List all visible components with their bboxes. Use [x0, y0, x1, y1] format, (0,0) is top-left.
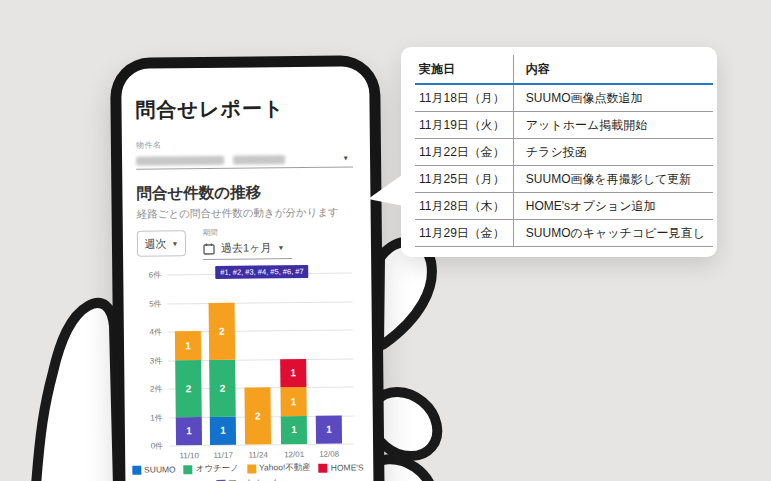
- legend-item: HOME'S: [319, 461, 364, 473]
- events-table: 実施日 内容 11月18日（月）SUUMO画像点数追加11月19日（火）アットホ…: [415, 55, 713, 247]
- bar-segment: 1: [210, 416, 236, 445]
- legend-label: SUUMO: [144, 464, 176, 474]
- y-axis-tick: 5件: [138, 298, 162, 309]
- x-axis-label: 12/01: [276, 450, 312, 459]
- frequency-value: 週次: [144, 236, 166, 251]
- legend-label: アットホーム: [228, 477, 280, 481]
- chart-legend: SUUMOオウチーノYahoo!不動産HOME'Sアットホーム: [139, 458, 356, 481]
- illustration-canvas: 問合せレポート 物件名 ▼ 問合せ件数の推移 経路ごとの問合せ件数の動きが分かり…: [0, 0, 771, 481]
- table-row: 11月18日（月）SUUMO画像点数追加: [415, 84, 713, 112]
- event-content-cell: チラシ投函: [513, 139, 712, 166]
- event-content-cell: SUUMO画像点数追加: [513, 84, 712, 112]
- inquiry-bar-chart: #1, #2, #3, #4, #5, #6, #7 SUUMOオウチーノYah…: [137, 266, 356, 481]
- y-axis-tick: 6件: [137, 269, 161, 280]
- chevron-down-icon: ▼: [171, 240, 178, 247]
- table-row: 11月22日（金）チラシ投函: [415, 139, 713, 166]
- bar-segment: 1: [281, 415, 307, 444]
- x-axis-label: 12/08: [311, 450, 347, 459]
- legend-label: Yahoo!不動産: [259, 462, 311, 475]
- y-axis-tick: 2件: [138, 383, 162, 394]
- event-date-cell: 11月19日（火）: [415, 112, 513, 139]
- legend-label: HOME'S: [331, 462, 364, 472]
- legend-item: Yahoo!不動産: [247, 462, 311, 475]
- event-content-cell: SUUMO画像を再撮影して更新: [513, 166, 712, 193]
- legend-swatch: [184, 465, 193, 474]
- chevron-down-icon: ▼: [342, 155, 349, 162]
- bar-segment: 1: [176, 417, 202, 446]
- column-header-content: 内容: [513, 55, 712, 84]
- x-axis-label: 11/10: [171, 451, 207, 460]
- property-name-select[interactable]: ▼: [136, 150, 353, 169]
- events-callout: 実施日 内容 11月18日（月）SUUMO画像点数追加11月19日（火）アットホ…: [401, 47, 717, 257]
- legend-item: SUUMO: [132, 463, 176, 475]
- table-row: 11月28日（木）HOME'sオプション追加: [415, 193, 713, 220]
- x-axis-label: 11/24: [240, 450, 276, 459]
- bar-segment: 2: [209, 359, 236, 416]
- callout-pointer-icon: [368, 170, 409, 207]
- legend-swatch: [319, 463, 328, 472]
- bar-segment: 1: [175, 331, 201, 360]
- section-subtitle: 経路ごとの問合せ件数の動きが分かります: [137, 205, 354, 221]
- x-axis-label: 11/17: [205, 451, 241, 460]
- calendar-icon: [203, 242, 215, 254]
- chevron-down-icon: ▼: [277, 244, 284, 251]
- period-select[interactable]: 過去1ヶ月 ▼: [203, 237, 292, 260]
- frequency-select[interactable]: 週次 ▼: [137, 230, 186, 257]
- property-name-redacted: [233, 155, 285, 165]
- period-control: 期間 過去1ヶ月 ▼: [203, 227, 292, 260]
- annotation-badge: #1, #2, #3, #4, #5, #6, #7: [215, 265, 309, 279]
- phone-screen: 問合せレポート 物件名 ▼ 問合せ件数の推移 経路ごとの問合せ件数の動きが分かり…: [121, 66, 375, 481]
- table-header-row: 実施日 内容: [415, 55, 713, 84]
- event-date-cell: 11月22日（金）: [415, 139, 513, 166]
- y-axis-tick: 4件: [138, 326, 162, 337]
- table-row: 11月29日（金）SUUMOのキャッチコピー見直し: [415, 220, 713, 247]
- event-content-cell: SUUMOのキャッチコピー見直し: [513, 220, 712, 247]
- section-title: 問合せ件数の推移: [136, 181, 353, 204]
- period-value: 過去1ヶ月: [221, 240, 272, 256]
- legend-row: SUUMOオウチーノYahoo!不動産HOME'S: [139, 461, 356, 475]
- legend-label: オウチーノ: [196, 463, 239, 475]
- legend-swatch: [132, 465, 141, 474]
- legend-item: オウチーノ: [184, 463, 239, 476]
- y-axis-tick: 1件: [139, 412, 163, 423]
- bar-segment: 1: [280, 358, 306, 387]
- legend-swatch: [247, 464, 256, 473]
- chart-filters: 週次 ▼ 期間 過去1ヶ月 ▼: [137, 226, 354, 260]
- column-header-date: 実施日: [415, 55, 513, 84]
- event-content-cell: アットホーム掲載開始: [513, 112, 712, 139]
- bar-segment: 2: [244, 387, 271, 444]
- index-finger: [379, 242, 432, 346]
- bar-segment: 2: [209, 302, 236, 359]
- table-row: 11月19日（火）アットホーム掲載開始: [415, 112, 713, 139]
- legend-row: アットホーム: [139, 476, 356, 481]
- legend-item: アットホーム: [216, 477, 280, 481]
- y-axis-tick: 0件: [139, 440, 163, 451]
- event-date-cell: 11月25日（月）: [415, 166, 513, 193]
- bar-segment: 1: [280, 387, 306, 416]
- table-row: 11月25日（月）SUUMO画像を再撮影して更新: [415, 166, 713, 193]
- event-date-cell: 11月28日（木）: [415, 193, 513, 220]
- event-content-cell: HOME'sオプション追加: [513, 193, 712, 220]
- thumb: [36, 303, 118, 481]
- bar-segment: 2: [175, 360, 202, 417]
- phone-frame: 問合せレポート 物件名 ▼ 問合せ件数の推移 経路ごとの問合せ件数の動きが分かり…: [110, 55, 386, 481]
- event-date-cell: 11月18日（月）: [415, 84, 513, 112]
- report-title: 問合せレポート: [135, 94, 352, 123]
- chart-gridline: [168, 301, 353, 304]
- property-name-redacted: [136, 155, 224, 165]
- property-name-label: 物件名: [136, 137, 353, 150]
- y-axis-tick: 3件: [138, 355, 162, 366]
- bar-segment: 1: [316, 415, 342, 444]
- event-date-cell: 11月29日（金）: [415, 220, 513, 247]
